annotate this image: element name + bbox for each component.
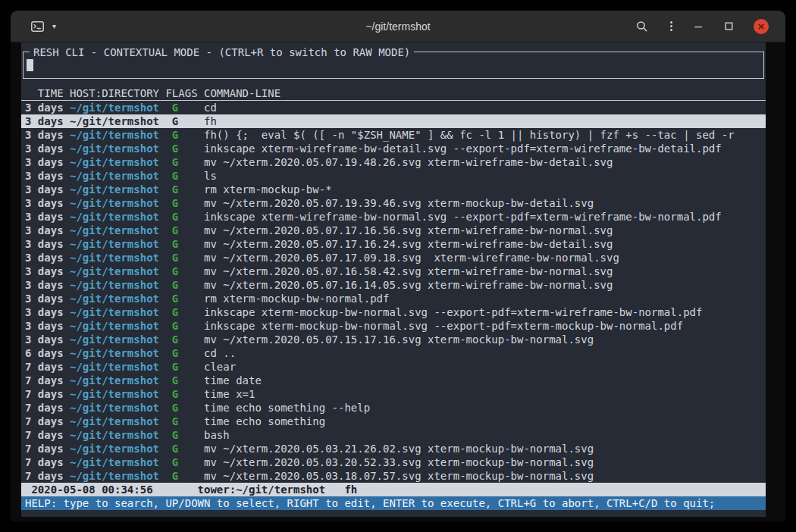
- row-time: 3 days: [25, 292, 70, 305]
- resh-search-box[interactable]: RESH CLI - CONTEXTUAL MODE - (CTRL+R to …: [23, 52, 764, 79]
- row-command: time echo something: [204, 415, 325, 427]
- row-directory: ~/git/termshot: [70, 333, 165, 346]
- row-directory: ~/git/termshot: [70, 101, 165, 114]
- status-command: fh: [344, 483, 357, 496]
- history-row[interactable]: 3 days~/git/termshotGmv ~/xterm.2020.05.…: [21, 251, 766, 264]
- status-bar: 2020-05-08 00:34:56tower:~/git/termshotf…: [21, 483, 766, 496]
- row-flags: G: [165, 278, 204, 292]
- history-row[interactable]: 7 days~/git/termshotGtime echo something…: [21, 401, 766, 415]
- history-row[interactable]: 3 days~/git/termshotGcd: [21, 101, 766, 114]
- row-flags: G: [165, 210, 204, 224]
- row-command: mv ~/xterm.2020.05.03.18.07.57.svg xterm…: [204, 470, 594, 482]
- row-command: inkscape xterm-wireframe-bw-normal.svg -…: [204, 211, 722, 223]
- row-time: 7 days: [25, 428, 70, 442]
- row-flags: G: [165, 128, 204, 142]
- history-row[interactable]: 3 days~/git/termshotGfh: [21, 114, 766, 128]
- history-row[interactable]: 7 days~/git/termshotGbash: [21, 428, 766, 442]
- row-time: 3 days: [25, 333, 70, 346]
- row-flags: G: [165, 469, 204, 483]
- row-flags: G: [165, 333, 204, 346]
- close-icon: ×: [757, 21, 766, 31]
- history-row[interactable]: 7 days~/git/termshotGmv ~/xterm.2020.05.…: [21, 469, 766, 483]
- history-row[interactable]: 7 days~/git/termshotGtime echo something: [21, 415, 766, 428]
- search-icon: [636, 20, 648, 33]
- row-directory: ~/git/termshot: [70, 319, 165, 333]
- history-row[interactable]: 3 days~/git/termshotGinkscape xterm-wire…: [21, 210, 766, 224]
- history-row[interactable]: 6 days~/git/termshotGcd ..: [21, 346, 766, 360]
- history-rows: 3 days~/git/termshotGcd3 days~/git/terms…: [21, 101, 766, 483]
- kebab-menu-icon: [670, 20, 672, 33]
- history-row[interactable]: 7 days~/git/termshotGtime x=1: [21, 387, 766, 401]
- history-row[interactable]: 3 days~/git/termshotGinkscape xterm-mock…: [21, 319, 766, 333]
- new-tab-icon: [31, 21, 44, 32]
- row-flags: G: [165, 224, 204, 237]
- row-flags: G: [165, 374, 204, 387]
- titlebar-right-group: – ×: [634, 17, 769, 35]
- row-flags: G: [165, 237, 204, 251]
- history-row[interactable]: 3 days~/git/termshotGinkscape xterm-mock…: [21, 305, 766, 319]
- row-directory: ~/git/termshot: [70, 442, 165, 455]
- row-flags: G: [165, 346, 204, 360]
- row-command: inkscape xterm-wireframe-bw-detail.svg -…: [204, 142, 722, 155]
- row-flags: G: [165, 196, 204, 210]
- history-row[interactable]: 3 days~/git/termshotGls: [21, 169, 766, 183]
- row-flags: G: [165, 264, 204, 278]
- row-directory: ~/git/termshot: [70, 169, 165, 183]
- row-command: inkscape xterm-mockup-bw-normal.svg --ex…: [204, 320, 683, 332]
- history-row[interactable]: 3 days~/git/termshotGmv ~/xterm.2020.05.…: [21, 237, 766, 251]
- row-time: 3 days: [25, 278, 70, 292]
- history-row[interactable]: 7 days~/git/termshotGmv ~/xterm.2020.05.…: [21, 455, 766, 469]
- history-row[interactable]: 7 days~/git/termshotGclear: [21, 360, 766, 374]
- history-row[interactable]: 3 days~/git/termshotGmv ~/xterm.2020.05.…: [21, 155, 766, 169]
- restore-button[interactable]: [722, 19, 736, 33]
- row-flags: G: [165, 155, 204, 169]
- row-directory: ~/git/termshot: [70, 401, 165, 415]
- row-directory: ~/git/termshot: [70, 224, 165, 237]
- row-flags: G: [165, 251, 204, 264]
- row-flags: G: [165, 142, 204, 155]
- history-row[interactable]: 3 days~/git/termshotGmv ~/xterm.2020.05.…: [21, 278, 766, 292]
- row-command: rm xterm-mockup-bw-normal.pdf: [204, 293, 389, 305]
- row-directory: ~/git/termshot: [70, 114, 165, 128]
- new-tab-menu-button[interactable]: ▾: [50, 20, 58, 33]
- row-command: mv ~/xterm.2020.05.03.21.26.02.svg xterm…: [204, 443, 594, 455]
- history-row[interactable]: 7 days~/git/termshotGmv ~/xterm.2020.05.…: [21, 442, 766, 455]
- history-row[interactable]: 3 days~/git/termshotGrm xterm-mockup-bw-…: [21, 183, 766, 196]
- row-flags: G: [165, 183, 204, 196]
- row-time: 3 days: [25, 305, 70, 319]
- row-directory: ~/git/termshot: [70, 455, 165, 469]
- history-row[interactable]: 3 days~/git/termshotGrm xterm-mockup-bw-…: [21, 292, 766, 305]
- row-command: mv ~/xterm.2020.05.07.19.39.46.svg xterm…: [204, 197, 594, 209]
- row-command: ls: [204, 170, 217, 182]
- history-row[interactable]: 3 days~/git/termshotGmv ~/xterm.2020.05.…: [21, 333, 766, 346]
- row-command: mv ~/xterm.2020.05.03.20.52.33.svg xterm…: [204, 456, 594, 468]
- row-time: 3 days: [25, 142, 70, 155]
- history-row[interactable]: 3 days~/git/termshotGmv ~/xterm.2020.05.…: [21, 196, 766, 210]
- history-row[interactable]: 3 days~/git/termshotGmv ~/xterm.2020.05.…: [21, 264, 766, 278]
- search-button[interactable]: [634, 18, 650, 35]
- titlebar: ▾ ~/git/termshot –: [11, 11, 785, 42]
- row-time: 3 days: [25, 183, 70, 196]
- row-time: 7 days: [25, 415, 70, 428]
- row-time: 7 days: [25, 360, 70, 374]
- row-directory: ~/git/termshot: [70, 237, 165, 251]
- history-row[interactable]: 7 days~/git/termshotGtime date: [21, 374, 766, 387]
- history-row[interactable]: 3 days~/git/termshotGmv ~/xterm.2020.05.…: [21, 224, 766, 237]
- window-title: ~/git/termshot: [365, 20, 430, 33]
- history-row[interactable]: 3 days~/git/termshotGinkscape xterm-wire…: [21, 142, 766, 155]
- minimize-button[interactable]: –: [692, 18, 704, 35]
- row-flags: G: [165, 101, 204, 114]
- row-directory: ~/git/termshot: [70, 360, 165, 374]
- new-tab-button[interactable]: [29, 19, 46, 34]
- close-button[interactable]: ×: [754, 19, 769, 34]
- row-flags: G: [165, 442, 204, 455]
- menu-button[interactable]: [668, 17, 675, 35]
- history-row[interactable]: 3 days~/git/termshotGfh() {; eval $( ([ …: [21, 128, 766, 142]
- row-time: 7 days: [25, 374, 70, 387]
- row-directory: ~/git/termshot: [70, 346, 165, 360]
- row-directory: ~/git/termshot: [70, 278, 165, 292]
- row-time: 3 days: [25, 237, 70, 251]
- desktop: ▾ ~/git/termshot –: [0, 0, 796, 532]
- row-flags: G: [165, 114, 204, 128]
- row-time: 3 days: [25, 251, 70, 264]
